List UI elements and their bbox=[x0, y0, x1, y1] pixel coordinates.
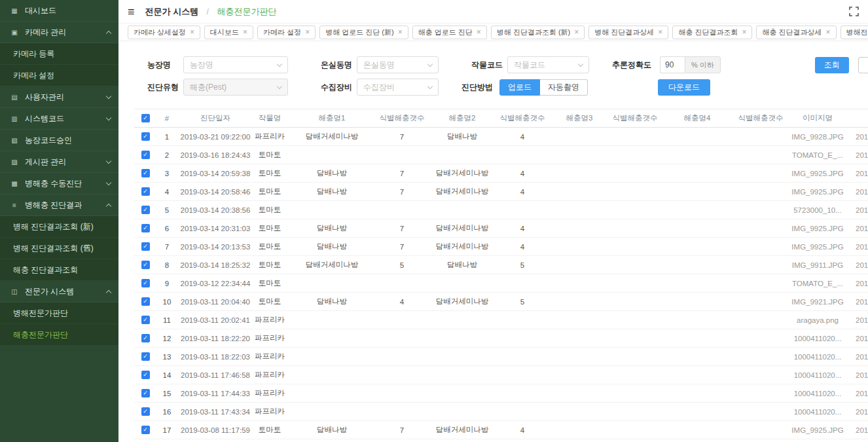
device-select[interactable]: 수집장비 bbox=[357, 79, 439, 96]
diagnosis-type-select[interactable]: 해충(Pest) bbox=[183, 79, 288, 96]
download-button[interactable]: 다운로드 bbox=[658, 79, 710, 96]
table-cell bbox=[658, 146, 736, 164]
row-checkbox[interactable]: ✓ bbox=[141, 334, 150, 342]
tab-dashboard[interactable]: 대시보드× bbox=[204, 26, 253, 39]
table-row[interactable]: ✓122019-03-11 18:22:20파프리카1000411020...2… bbox=[134, 329, 868, 348]
row-checkbox[interactable]: ✓ bbox=[141, 206, 150, 214]
search-button[interactable]: 조회 bbox=[815, 57, 849, 73]
tab-close-icon[interactable]: × bbox=[574, 28, 579, 36]
sidebar-subitem-camera-register[interactable]: 카메라 등록 bbox=[0, 43, 118, 65]
sidebar-subitem-disease-result-new[interactable]: 병해 진단결과조회 (新) bbox=[0, 216, 118, 238]
table-row[interactable]: ✓82019-03-14 18:25:32토마토담배거세미나방5담배나방5IMG… bbox=[134, 256, 868, 274]
farm-name-select[interactable]: 농장명 bbox=[183, 56, 288, 73]
row-checkbox[interactable]: ✓ bbox=[141, 261, 150, 269]
table-row[interactable]: ✓62019-03-14 20:31:03토마토담배나방7담배거세미나방4IMG… bbox=[134, 219, 868, 238]
row-checkbox[interactable]: ✓ bbox=[141, 187, 150, 196]
table-row[interactable]: ✓152019-03-11 17:44:33파프리카1000411020...2… bbox=[134, 384, 868, 403]
tab-close-icon[interactable]: × bbox=[742, 28, 746, 36]
tab-insect-result-detail[interactable]: 해충 진단결과상세× bbox=[756, 26, 836, 39]
close-button[interactable]: 닫기 bbox=[858, 57, 868, 73]
table-row[interactable]: ✓42019-03-14 20:58:46토마토담배나방7담배거세미나방4IMG… bbox=[134, 183, 868, 201]
table-cell bbox=[612, 293, 658, 311]
table-row[interactable]: ✓102019-03-11 20:04:40토마토담배나방4담배거세미나방5IM… bbox=[134, 293, 868, 311]
table-cell: TOMATO_E_... bbox=[785, 146, 850, 164]
table-cell: 담배거세미나방 bbox=[286, 128, 378, 146]
sidebar-item-board-management[interactable]: ▨게시판 관리 bbox=[0, 151, 118, 173]
sidebar-item-dashboard[interactable]: ▦대시보드 bbox=[0, 0, 118, 22]
accuracy-input[interactable] bbox=[660, 56, 685, 73]
table-row[interactable]: ✓142019-03-11 17:46:58파프리카1000411020...2… bbox=[134, 366, 868, 384]
fullscreen-icon[interactable] bbox=[849, 7, 859, 16]
row-checkbox[interactable]: ✓ bbox=[141, 352, 150, 361]
sidebar-item-user-management[interactable]: ▤사용자관리 bbox=[0, 86, 118, 108]
sidebar-subitem-disease-result-old[interactable]: 병해 진단결과조회 (舊) bbox=[0, 238, 118, 259]
sidebar-item-pest-diagnosis-result[interactable]: ≡병해충 진단결과 bbox=[0, 194, 118, 216]
tab-close-icon[interactable]: × bbox=[398, 28, 403, 36]
dashboard-icon: ▦ bbox=[9, 7, 20, 14]
tab-close-icon[interactable]: × bbox=[243, 28, 247, 36]
row-checkbox[interactable]: ✓ bbox=[141, 389, 150, 397]
table-row[interactable]: ✓172019-03-08 11:17:59토마토담배나방7담배거세미나방4IM… bbox=[134, 421, 868, 439]
tab-disease-result-detail[interactable]: 병해 진단결과상세× bbox=[588, 26, 668, 39]
table-row[interactable]: ✓112019-03-11 20:02:41파프리카aragaya.png201… bbox=[134, 311, 868, 329]
tab-label: 대시보드 bbox=[210, 28, 239, 37]
crop-code-select[interactable]: 작물코드 bbox=[507, 56, 589, 73]
sidebar-subitem-camera-settings[interactable]: 카메라 설정 bbox=[0, 65, 118, 86]
table-row[interactable]: ✓72019-03-14 20:13:53토마토담배나방7담배거세미나방4IMG… bbox=[134, 238, 868, 256]
tab-close-icon[interactable]: × bbox=[658, 28, 662, 36]
row-checkbox[interactable]: ✓ bbox=[141, 169, 150, 177]
tab-disease-upload-diagnosis-new[interactable]: 병해 업로드 진단 (新)× bbox=[319, 26, 408, 39]
select-all-checkbox[interactable]: ✓ bbox=[141, 114, 150, 122]
auto-capture-toggle-button[interactable]: 자동촬영 bbox=[540, 79, 588, 96]
row-checkbox[interactable]: ✓ bbox=[141, 371, 150, 379]
table-row[interactable]: ✓162019-03-11 17:43:34파프리카1000411020...2… bbox=[134, 403, 868, 421]
table-row[interactable]: ✓52019-03-14 20:38:56토마토5723000_10...201… bbox=[134, 201, 868, 219]
tab-close-icon[interactable]: × bbox=[190, 28, 194, 36]
column-header: 해충명4 bbox=[658, 109, 736, 128]
table-cell bbox=[547, 183, 612, 201]
row-checkbox[interactable]: ✓ bbox=[141, 407, 150, 416]
greenhouse-select[interactable]: 온실동명 bbox=[357, 56, 439, 73]
tab-insect-upload-diagnosis[interactable]: 해충 업로드 진단× bbox=[412, 26, 487, 39]
row-checkbox[interactable]: ✓ bbox=[141, 279, 150, 287]
table-cell bbox=[736, 348, 785, 366]
sidebar-subitem-insect-result[interactable]: 해충 진단결과조회 bbox=[0, 259, 118, 281]
column-header: 작물명 bbox=[253, 109, 286, 128]
sidebar-item-expert-system[interactable]: ◫전문가 시스템 bbox=[0, 281, 118, 303]
table-cell: 6 bbox=[156, 219, 177, 238]
column-header: 해충명2 bbox=[426, 109, 498, 128]
table-row[interactable]: ✓12019-03-21 09:22:00파프리카담배거세미나방7담배나방4IM… bbox=[134, 128, 868, 146]
row-checkbox[interactable]: ✓ bbox=[141, 224, 150, 232]
farm-name-label: 농장명 bbox=[147, 60, 183, 71]
row-checkbox[interactable]: ✓ bbox=[141, 426, 150, 434]
sidebar-subitem-insect-expert-judgment[interactable]: 해충전문가판단 bbox=[0, 324, 118, 346]
menu-toggle-icon[interactable]: ≡ bbox=[128, 6, 135, 18]
table-row[interactable]: ✓132019-03-11 18:22:03파프리카1000411020...2… bbox=[134, 348, 868, 366]
sidebar-item-farm-code-approval[interactable]: ▧농장코드승인 bbox=[0, 130, 118, 151]
sidebar-item-camera-management[interactable]: ▣카메라 관리 bbox=[0, 22, 118, 43]
table-row[interactable]: ✓92019-03-12 22:34:44토마토TOMATO_E_...2019 bbox=[134, 274, 868, 293]
tab-close-icon[interactable]: × bbox=[826, 28, 831, 36]
table-cell: 1000411020... bbox=[785, 366, 850, 384]
tab-disease-result-inquiry-new[interactable]: 병해 진단결과조회 (新)× bbox=[491, 26, 585, 39]
table-cell bbox=[286, 311, 378, 329]
row-checkbox[interactable]: ✓ bbox=[141, 132, 150, 141]
tab-disease-expert-judgment[interactable]: 병해전문가판단× bbox=[841, 26, 868, 39]
row-checkbox[interactable]: ✓ bbox=[141, 297, 150, 306]
sidebar-item-pest-manual-diagnosis[interactable]: ▩병해충 수동진단 bbox=[0, 173, 118, 194]
tab-camera-settings[interactable]: 카메라 설정× bbox=[257, 26, 316, 39]
sidebar-item-system-code[interactable]: ▥시스템코드 bbox=[0, 108, 118, 130]
tab-insect-result-inquiry[interactable]: 해충 진단결과조회× bbox=[672, 26, 752, 39]
table-cell bbox=[498, 329, 547, 348]
table-row[interactable]: ✓32019-03-14 20:59:38토마토담배나방7담배거세미나방4IMG… bbox=[134, 164, 868, 183]
tab-close-icon[interactable]: × bbox=[477, 28, 481, 36]
row-checkbox[interactable]: ✓ bbox=[141, 151, 150, 159]
row-checkbox[interactable]: ✓ bbox=[141, 316, 150, 324]
sidebar-subitem-disease-expert-judgment[interactable]: 병해전문가판단 bbox=[0, 303, 118, 324]
table-cell: 2019-03-11 20:02:41 bbox=[177, 311, 253, 329]
row-checkbox[interactable]: ✓ bbox=[141, 242, 150, 251]
tab-camera-detail-settings[interactable]: 카메라 상세설정× bbox=[128, 26, 200, 39]
tab-close-icon[interactable]: × bbox=[305, 28, 310, 36]
table-row[interactable]: ✓22019-03-16 18:24:43토마토TOMATO_E_...2019 bbox=[134, 146, 868, 164]
upload-toggle-button[interactable]: 업로드 bbox=[499, 79, 540, 96]
